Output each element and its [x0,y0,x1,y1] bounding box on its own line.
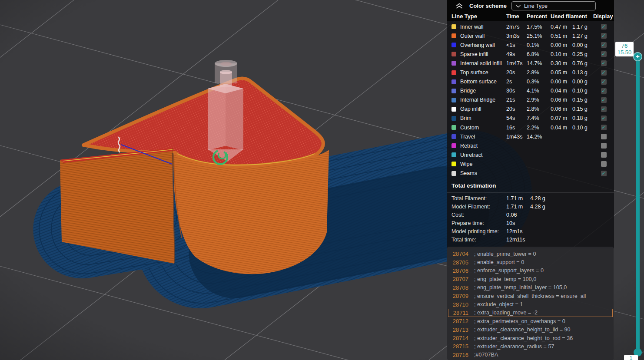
line-type-used-g: 1.17 g [572,24,593,30]
legend-row: Outer wall 3m3s 25.1% 0.51 m 1.27 g ✓ [447,31,614,40]
estimation-row: Total time: 12m11s [447,236,614,244]
line-type-color-swatch [451,52,456,56]
gcode-line[interactable]: 28715 ; extruder_clearance_radius = 57 [448,342,613,350]
legend-table-header: Line Type Time Percent Used filament Dis… [447,12,614,21]
gcode-line-number: 28709 [448,293,468,299]
gcode-line[interactable]: 28714 ; extruder_clearance_height_to_rod… [448,334,613,342]
line-type-color-swatch [451,70,456,75]
gcode-line-number: 28711 [448,310,468,316]
estimation-value-1: 0.06 [506,212,530,218]
legend-row: Gap infill 20s 2.8% 0.06 m 0.15 g ✓ [447,105,614,114]
gcode-line-text: ; eng_plate_temp_initial_layer = 105,0 [474,284,567,291]
gcode-line-text: ; enable_support = 0 [474,259,524,265]
legend-row: Wipe [447,159,614,168]
gcode-viewer[interactable]: 28704 ; enable_prime_tower = 0 28705 ; e… [447,247,614,360]
line-type-label: Bridge [460,88,506,94]
legend-row: Bottom surface 2s 0.3% 0.00 m 0.00 g ✓ [447,77,614,86]
gcode-line[interactable]: 28716 ;#0707BA [448,351,613,359]
layer-slider-handle-top[interactable]: + [633,52,642,61]
display-checkbox[interactable]: ✓ [601,60,607,66]
line-type-label: Seams [460,170,506,176]
line-type-used-g: 0.25 g [572,51,593,57]
col-time: Time [506,13,527,20]
gcode-line[interactable]: 28709 ; ensure_vertical_shell_thickness … [448,292,613,300]
legend-row: Inner wall 2m7s 17.5% 0.47 m 1.17 g ✓ [447,22,614,31]
layer-slider-track[interactable] [636,57,640,353]
panel-toolbar: Color scheme Line Type [447,0,614,12]
display-checkbox[interactable]: ✓ [601,97,607,103]
display-checkbox[interactable]: ✓ [601,70,607,76]
layer-slider-bottom-badge: 1 [624,355,638,360]
line-type-percent: 6.8% [527,51,551,57]
display-checkbox[interactable]: ✓ [601,24,607,30]
line-type-color-swatch [451,152,456,157]
display-checkbox[interactable]: ✓ [601,79,607,85]
line-type-color-swatch [451,116,456,121]
gcode-line-text: ;#0707BA [474,352,498,358]
display-checkbox[interactable]: ✓ [601,106,607,112]
line-type-percent: 17.5% [527,24,551,30]
display-checkbox[interactable]: ✓ [601,171,607,176]
line-type-used-g: 0.18 g [572,115,593,121]
line-type-label: Custom [460,125,506,131]
line-type-label: Retract [460,143,506,149]
legend-rows: Inner wall 2m7s 17.5% 0.47 m 1.17 g ✓ Ou… [447,22,614,178]
line-type-used-g: 0.10 g [572,125,593,131]
gcode-line[interactable]: 28712 ; extra_perimeters_on_overhangs = … [448,317,613,325]
line-type-used-m: 0.05 m [551,69,572,76]
line-type-label: Unretract [460,152,506,158]
legend-row: Seams ✓ [447,169,614,178]
line-type-percent: 25.1% [527,33,551,39]
line-type-label: Wipe [460,161,506,167]
legend-row: Custom 16s 2.2% 0.04 m 0.10 g ✓ [447,123,614,132]
layer-slider-tooltip: 76 15.50 [615,42,634,56]
gcode-line-number: 28715 [448,343,468,350]
line-type-label: Outer wall [460,33,506,39]
display-checkbox[interactable]: ✓ [601,116,607,121]
line-type-color-swatch [451,98,456,102]
line-type-used-m: 0.06 m [551,97,572,103]
line-type-color-swatch [451,43,456,47]
line-type-percent: 2.8% [527,106,551,112]
display-checkbox[interactable] [601,161,607,167]
line-type-label: Bottom surface [460,79,506,85]
gcode-line[interactable]: 28704 ; enable_prime_tower = 0 [448,250,613,258]
gcode-line-number: 28705 [448,259,468,266]
line-type-label: Travel [460,134,506,140]
gcode-line-text: ; exclude_object = 1 [474,301,523,307]
estimation-label: Cost: [451,212,506,218]
display-checkbox[interactable]: ✓ [601,33,607,39]
display-checkbox[interactable]: ✓ [601,42,607,48]
line-type-color-swatch [451,24,456,29]
line-type-used-m: 0.47 m [551,24,572,30]
gcode-line[interactable]: 28710 ; exclude_object = 1 [448,300,613,308]
display-checkbox[interactable] [601,143,607,149]
legend-row: Bridge 30s 4.1% 0.04 m 0.10 g ✓ [447,86,614,96]
col-display: Display [593,13,614,20]
display-checkbox[interactable] [601,152,607,158]
line-type-percent: 14.7% [527,60,551,66]
gcode-line[interactable]: 28713 ; extruder_clearance_height_to_lid… [448,326,613,334]
display-checkbox[interactable]: ✓ [601,125,607,130]
display-checkbox[interactable]: ✓ [601,88,607,94]
line-type-time: <1s [506,42,527,48]
collapse-panel-icon[interactable] [455,3,463,9]
gcode-line[interactable]: 28705 ; enable_support = 0 [448,258,613,266]
gcode-line[interactable]: 28707 ; eng_plate_temp = 100,0 [448,275,613,283]
line-type-percent: 0.3% [527,79,551,85]
line-type-percent: 0.1% [527,42,551,48]
estimation-value-1: 12m1s [506,228,530,234]
display-checkbox[interactable]: ✓ [601,51,607,57]
total-estimation-section: Total estimation Total Filament: 1.71 m … [447,178,614,248]
gcode-line[interactable]: 28706 ; enforce_support_layers = 0 [448,267,613,275]
line-type-percent: 4.1% [527,88,551,94]
display-checkbox[interactable] [601,134,607,139]
line-type-time: 30s [506,88,527,94]
line-type-time: 2m7s [506,24,527,30]
gcode-line[interactable]: 28708 ; eng_plate_temp_initial_layer = 1… [448,284,613,292]
line-type-label: Inner wall [460,24,506,30]
color-scheme-dropdown[interactable]: Line Type [511,1,596,10]
line-type-color-swatch [451,79,456,84]
line-type-time: 49s [506,51,527,57]
gcode-line[interactable]: 28711 ; extra_loading_move = -2 [448,309,613,317]
